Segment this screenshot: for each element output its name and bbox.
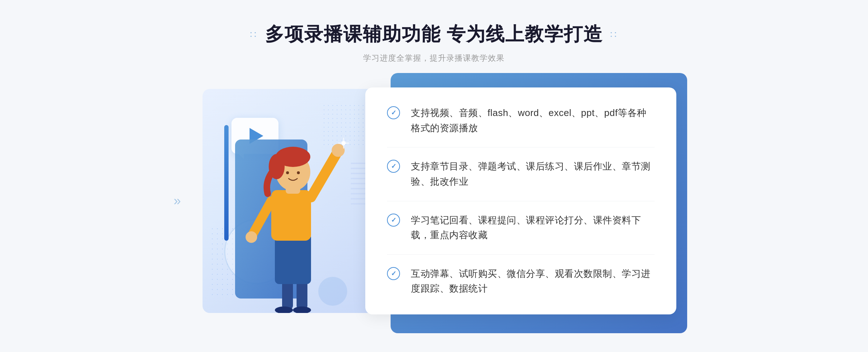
feature-item-2: ✓ 支持章节目录、弹题考试、课后练习、课后作业、章节测验、批改作业: [387, 147, 655, 201]
check-mark-3: ✓: [391, 217, 396, 223]
svg-point-16: [286, 171, 289, 174]
check-icon-4: ✓: [387, 267, 400, 280]
left-decorative-dots: ∷: [250, 29, 258, 40]
feature-text-4: 互动弹幕、试听购买、微信分享、观看次数限制、学习进度跟踪、数据统计: [411, 266, 655, 296]
illustration-background: [203, 89, 376, 313]
left-chevron-icon: »: [174, 193, 181, 209]
header-section: ∷ 多项录播课辅助功能 专为线上教学打造 ∷ 学习进度全掌握，提升录播课教学效果: [250, 22, 618, 64]
check-icon-3: ✓: [387, 214, 400, 227]
page-title: 多项录播课辅助功能 专为线上教学打造: [265, 22, 603, 47]
right-decorative-dots: ∷: [610, 29, 618, 40]
feature-item-4: ✓ 互动弹幕、试听购买、微信分享、观看次数限制、学习进度跟踪、数据统计: [387, 255, 655, 296]
title-row: ∷ 多项录播课辅助功能 专为线上教学打造 ∷: [250, 22, 618, 47]
person-illustration: [224, 103, 362, 313]
svg-point-17: [297, 171, 300, 174]
feature-text-3: 学习笔记回看、课程提问、课程评论打分、课件资料下载，重点内容收藏: [411, 213, 655, 243]
svg-rect-2: [282, 280, 293, 309]
feature-card-wrapper: ✓ 支持视频、音频、flash、word、excel、ppt、pdf等各种格式的…: [365, 87, 676, 314]
check-mark-4: ✓: [391, 270, 396, 277]
feature-card: ✓ 支持视频、音频、flash、word、excel、ppt、pdf等各种格式的…: [365, 87, 676, 314]
svg-rect-3: [297, 280, 307, 309]
check-icon-2: ✓: [387, 160, 400, 173]
page-subtitle: 学习进度全掌握，提升录播课教学效果: [250, 53, 618, 64]
page-container: ∷ 多项录播课辅助功能 专为线上教学打造 ∷ 学习进度全掌握，提升录播课教学效果…: [0, 0, 868, 352]
feature-item-1: ✓ 支持视频、音频、flash、word、excel、ppt、pdf等各种格式的…: [387, 106, 655, 147]
svg-point-5: [293, 306, 311, 313]
check-mark-1: ✓: [391, 110, 396, 116]
check-icon-1: ✓: [387, 106, 400, 119]
svg-point-11: [246, 231, 257, 243]
svg-rect-6: [275, 233, 311, 284]
feature-text-1: 支持视频、音频、flash、word、excel、ppt、pdf等各种格式的资源…: [411, 106, 655, 136]
illustration-container: »: [192, 78, 387, 324]
content-wrapper: »: [181, 78, 687, 324]
svg-line-8: [311, 154, 336, 197]
check-mark-2: ✓: [391, 163, 396, 169]
svg-rect-7: [271, 190, 311, 241]
feature-text-2: 支持章节目录、弹题考试、课后练习、课后作业、章节测验、批改作业: [411, 159, 655, 189]
feature-item-3: ✓ 学习笔记回看、课程提问、课程评论打分、课件资料下载，重点内容收藏: [387, 201, 655, 255]
svg-point-9: [332, 144, 345, 157]
svg-rect-0: [224, 125, 229, 241]
